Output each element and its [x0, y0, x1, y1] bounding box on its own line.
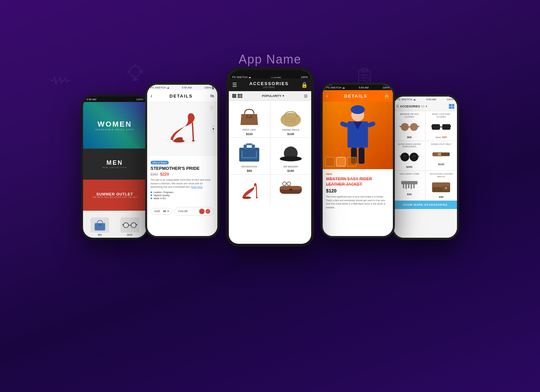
svg-rect-37 [246, 143, 252, 145]
ri-cart-icon[interactable]: 🔒 [384, 93, 389, 99]
li-price-new: $220 [160, 172, 169, 177]
c-item-woodstock[interactable]: WOODSTOCK $89 [229, 138, 270, 174]
svg-line-65 [400, 126, 401, 127]
ro-item-wallet[interactable]: OLD SCHOOL LEATHER WALLET $99 [426, 171, 457, 201]
li-header: ‹ DETAILS 🛍 [147, 90, 217, 102]
li-color-selector[interactable]: COLOR ✓ [174, 207, 214, 216]
phones-container: 5:50 AM 100% WOMEN INCREDIBLE PRICE CUTS… [68, 68, 473, 304]
c-list-view-icon[interactable] [232, 94, 236, 98]
c-header: ☰ ACCESSORIES 130 ITEMS 🔒 [229, 78, 311, 91]
red-heel-icon [160, 107, 204, 151]
air-bender-hat-icon [278, 141, 303, 163]
ri-thumbnails [325, 157, 356, 166]
ri-thumb-2[interactable] [336, 157, 346, 166]
phone-left-outer: 5:50 AM 100% WOMEN INCREDIBLE PRICE CUTS… [81, 95, 148, 240]
ro-item-basic-glasses[interactable]: BASIC LOOK FAKE GLASSES $120 $95 [426, 111, 457, 141]
c-red-heel-icon [237, 178, 262, 200]
svg-point-78 [412, 155, 416, 158]
c-item-air-bender-price: $190 [287, 169, 294, 173]
ro-item-brownie-name: BROWNIE HIP SUN GLASSES [396, 113, 423, 119]
svg-rect-86 [408, 184, 409, 188]
svg-point-54 [351, 105, 365, 114]
svg-point-19 [131, 223, 136, 228]
c-view-toggle[interactable] [232, 94, 242, 98]
c-product-grid: FIRST LADY $220 [229, 101, 311, 205]
lo-men-sub: NEW COLLECTION [102, 166, 127, 168]
svg-rect-68 [442, 124, 450, 129]
ri-screen: PS SKETCH ☁ 5:50 AM 100% ‹ DETAILS 🔒 [323, 85, 393, 236]
c-item-caring-paula-price: $108 [287, 132, 294, 136]
li-favorite-icon[interactable]: ♡ [210, 105, 214, 111]
ri-thumb-1[interactable] [325, 157, 335, 166]
bag-icon [93, 219, 107, 231]
ro-menu-icon[interactable]: ☰ [396, 105, 399, 108]
svg-rect-38 [242, 151, 243, 157]
ro-item-brownie-glasses[interactable]: BROWNIE HIP SUN GLASSES $68 [394, 111, 425, 141]
li-details-title: DETAILS [169, 94, 193, 99]
svg-point-44 [242, 196, 251, 199]
li-feature-2: Highest Quality [151, 194, 214, 197]
ri-back-button[interactable]: ‹ [326, 93, 328, 99]
li-size-selector[interactable]: SIZE 38 ▾ [151, 208, 172, 214]
outer-space-glasses-icon [400, 152, 419, 162]
glasses-icon [122, 222, 137, 229]
ro-grid-view-icon[interactable] [449, 104, 454, 109]
li-back-button[interactable]: ‹ [151, 93, 152, 99]
ri-description: The most significant part of your look t… [326, 195, 389, 209]
svg-line-66 [418, 126, 419, 127]
svg-line-21 [122, 225, 124, 225]
c-cart-icon[interactable]: 🔒 [301, 82, 308, 88]
c-item-caring-paula[interactable]: CARING PAULA $108 [270, 101, 312, 137]
svg-point-24 [173, 140, 185, 142]
svg-line-25 [192, 122, 193, 141]
svg-point-26 [192, 140, 195, 141]
c-screen: PS SKETCH ☁ 5:50 AM 100% ☰ ACCESSORIES 1… [229, 70, 311, 244]
li-brand-tag: Mike & Myers [151, 161, 169, 164]
svg-point-43 [280, 156, 302, 161]
ro-show-more-button[interactable]: SHOW MORE ACCESSORIES [394, 201, 457, 209]
c-item-count: 130 ITEMS [249, 86, 289, 88]
li-price-row: $380 $220 [151, 172, 214, 177]
svg-rect-39 [256, 151, 257, 157]
ro-product-grid: BROWNIE HIP SUN GLASSES $68 BA [394, 111, 457, 201]
ro-title: ACCESORIES [400, 105, 420, 108]
li-cart-icon[interactable]: 🛍 [210, 94, 214, 98]
svg-point-62 [401, 123, 409, 131]
c-sort-selector[interactable]: POPULARITY ▾ [262, 94, 284, 98]
ri-thumb-3[interactable] [347, 157, 356, 166]
c-filter-icon[interactable]: ⊞ [304, 93, 308, 99]
c-item-red-heel[interactable] [229, 175, 270, 205]
ro-item-outer-glasses[interactable]: OUTER SPACE VISITOR SUNGLASSES $295 [394, 141, 425, 171]
ro-sort-icon[interactable]: ▾ [426, 105, 427, 108]
svg-rect-40 [242, 157, 257, 158]
li-product-image: ♡ [147, 102, 217, 156]
svg-point-49 [289, 188, 293, 191]
c-item-woodstock-name: WOODSTOCK [241, 165, 257, 168]
lo-screen: 5:50 AM 100% WOMEN INCREDIBLE PRICE CUTS… [83, 97, 146, 238]
c-item-air-bender[interactable]: AIR BENDER $190 [270, 138, 312, 174]
center-notch [256, 70, 284, 77]
lo-women-sub: INCREDIBLE PRICE CUTS [95, 129, 134, 131]
phone-center: PS SKETCH ☁ 5:50 AM 100% ☰ ACCESSORIES 1… [226, 68, 314, 246]
ro-item-belt-name: SUPER UTILITY BELT [431, 143, 452, 146]
brownie-glasses-icon [400, 122, 419, 132]
c-menu-icon[interactable]: ☰ [232, 82, 237, 88]
phone-right-outer: PS SKETCH ☁ 5:50 AM 100% ☰ ACCESORIES 59… [392, 95, 459, 240]
lo-product-1: $89 [90, 217, 109, 236]
wallet-icon [431, 180, 451, 193]
li-read-more-link[interactable]: Read More [191, 186, 202, 188]
basic-glasses-icon [431, 122, 451, 132]
ro-item-belt[interactable]: SUPER UTILITY BELT $120 [426, 141, 457, 171]
woodstock-bag-icon [237, 141, 262, 163]
c-item-caring-paula-name: CARING PAULA [282, 129, 299, 131]
ri-info-card: NEW WESTERN EASY RIDER LEATHER JACKET $1… [323, 169, 393, 213]
c-grid-view-icon[interactable] [238, 94, 242, 98]
ro-item-comb[interactable]: HOLLY MARY COMB $38 [394, 171, 425, 201]
ro-item-basic-price: $95 [442, 136, 447, 139]
li-product-name: STEPMOTHER'S PRIDE [151, 166, 214, 171]
li-screen: PS SKETCH ☁ 5:50 AM 100% ▓ ‹ DETAILS 🛍 [147, 85, 217, 236]
ro-item-wallet-price: $99 [439, 195, 443, 199]
c-item-brown-case[interactable] [270, 175, 312, 205]
ri-price: $120 [326, 188, 389, 193]
c-item-first-lady[interactable]: FIRST LADY $220 [229, 101, 270, 137]
